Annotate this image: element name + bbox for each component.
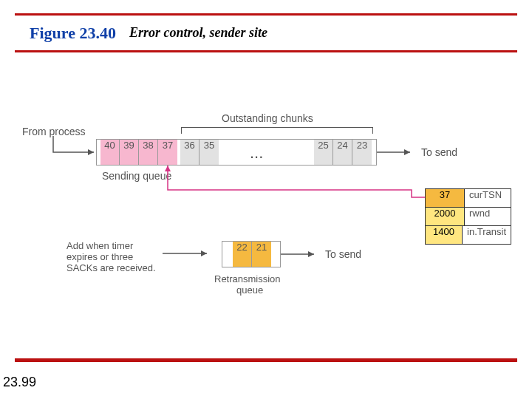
add-when-label-1: Add when timer (66, 240, 133, 251)
status-inTransit-val: 1400 (426, 226, 463, 244)
figure-number: Figure 23.40 (30, 24, 116, 43)
chunk-new: 38 (139, 140, 158, 165)
chunk-outstanding: 24 (333, 140, 352, 165)
status-rwnd-val: 2000 (426, 208, 465, 225)
status-curTSN-val: 37 (426, 189, 465, 207)
sending-queue-label: Sending queue (102, 170, 171, 182)
chunk-retrans: 21 (252, 242, 271, 267)
add-when-label-2: expires or three (66, 251, 133, 262)
ellipsis: ... (250, 143, 263, 163)
figure-title: Error control, sender site (129, 25, 267, 41)
chunk-outstanding: 36 (180, 140, 200, 165)
chunk-new: 37 (158, 140, 177, 165)
chunk-outstanding: 35 (200, 140, 219, 165)
retrans-queue-label-2: queue (236, 284, 263, 296)
chunk-outstanding: 25 (314, 140, 333, 165)
outstanding-label: Outstanding chunks (222, 112, 313, 124)
to-send-label-2: To send (325, 248, 361, 260)
status-inTransit-lbl: in.Transit (463, 226, 511, 244)
to-send-label-1: To send (421, 146, 457, 158)
page-number: 23.99 (3, 375, 36, 390)
arrow-to-send-2 (281, 248, 325, 263)
chunk-new: 39 (120, 140, 139, 165)
arrow-add-when (163, 248, 218, 262)
chunk-new: 40 (100, 140, 120, 165)
status-curTSN-lbl: curTSN (465, 189, 506, 207)
arrow-to-send-1 (377, 146, 421, 161)
status-table: 37 curTSN 2000 rwnd 1400 in.Transit (425, 188, 511, 245)
outstanding-bracket (181, 127, 373, 128)
chunk-outstanding: 23 (352, 140, 372, 165)
status-rwnd-lbl: rwnd (465, 208, 494, 225)
chunk-retrans: 22 (233, 242, 252, 267)
diagram: From process Outstanding chunks 40393837… (22, 103, 510, 325)
retrans-queue-label-1: Retransmission (214, 273, 281, 284)
add-when-label-3: SACKs are received. (66, 262, 156, 273)
leader-curTSN (168, 166, 434, 210)
